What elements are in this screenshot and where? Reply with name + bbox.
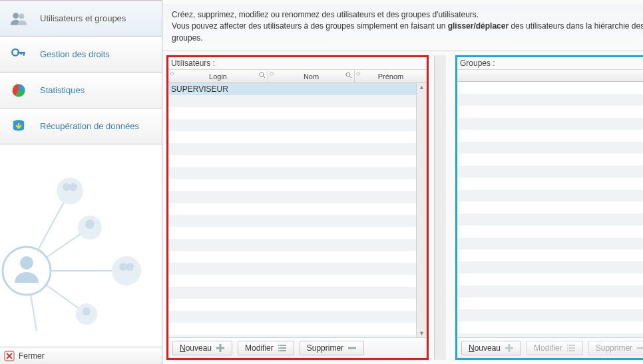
svg-rect-35: [278, 347, 280, 349]
scrollbar-vertical[interactable]: [416, 83, 427, 337]
svg-rect-33: [278, 345, 280, 346]
svg-rect-5: [20, 51, 21, 54]
users-panel: Utilisateurs : ◇ Login ◇ Nom: [166, 55, 429, 360]
svg-line-30: [349, 76, 351, 78]
svg-point-22: [3, 247, 51, 295]
users-icon: [9, 9, 28, 28]
groups-table-body[interactable]: [457, 82, 643, 337]
svg-rect-46: [567, 350, 568, 351]
svg-rect-32: [216, 347, 224, 349]
minus-icon: [347, 343, 357, 353]
minus-icon: [636, 343, 643, 353]
delete-user-button[interactable]: Supprimer: [300, 341, 364, 355]
svg-point-23: [20, 256, 33, 270]
sort-icon: ◇: [270, 71, 274, 77]
modify-user-button[interactable]: Modifier: [238, 341, 294, 355]
new-user-button[interactable]: Nouveau: [172, 341, 232, 355]
svg-point-0: [13, 13, 19, 19]
table-row[interactable]: SUPERVISEUR: [168, 83, 427, 95]
sort-icon: ◇: [356, 71, 360, 77]
svg-rect-44: [567, 347, 568, 349]
close-icon: [4, 351, 15, 361]
plus-icon: [216, 343, 225, 353]
page-description: Créez, supprimez, modifiez ou renommez d…: [162, 4, 643, 51]
delete-group-button: Supprimer: [588, 341, 643, 355]
svg-rect-4: [23, 51, 25, 55]
network-decoration: [0, 144, 162, 347]
svg-rect-37: [278, 350, 280, 351]
list-icon: [278, 343, 287, 353]
svg-rect-43: [569, 345, 575, 346]
groups-panel-title: Groupes :: [457, 57, 643, 70]
svg-rect-47: [569, 350, 575, 351]
sidebar-item-label: Gestion des droits: [40, 49, 110, 59]
column-nom[interactable]: ◇ Nom: [268, 70, 355, 83]
column-prenom[interactable]: ◇ Prénom: [355, 70, 427, 83]
sidebar: Utilisateurs et groupes Gestion des droi…: [0, 0, 162, 364]
sidebar-item-label: Récupération de données: [40, 121, 139, 131]
database-download-icon: [9, 117, 28, 136]
groups-panel: Groupes : Nouveau Modifier: [455, 55, 643, 360]
svg-point-17: [112, 256, 141, 285]
piechart-icon: [9, 81, 28, 100]
users-panel-footer: Nouveau Modifier Supprimer: [168, 337, 427, 358]
close-label: Fermer: [19, 351, 45, 361]
svg-rect-39: [348, 347, 356, 349]
scrollbar-vertical[interactable]: [434, 55, 446, 360]
close-button[interactable]: Fermer: [0, 347, 162, 364]
column-login[interactable]: ◇ Login: [168, 70, 268, 83]
sidebar-item-rights[interactable]: Gestion des droits: [0, 37, 162, 73]
search-icon[interactable]: [259, 72, 266, 79]
sidebar-item-label: Statistiques: [40, 85, 85, 95]
groups-panel-footer: Nouveau Modifier Supprimer: [457, 337, 643, 358]
svg-rect-41: [505, 347, 513, 349]
svg-point-14: [69, 183, 77, 191]
svg-line-28: [263, 76, 265, 78]
new-group-button[interactable]: Nouveau: [461, 341, 521, 355]
svg-point-21: [83, 307, 91, 315]
svg-point-1: [19, 13, 24, 19]
cell-login: SUPERVISEUR: [168, 85, 268, 94]
svg-rect-45: [569, 347, 575, 349]
svg-rect-36: [280, 347, 286, 349]
key-icon: [9, 45, 28, 64]
sidebar-item-users-groups[interactable]: Utilisateurs et groupes: [0, 1, 162, 37]
svg-point-12: [57, 178, 83, 204]
plus-icon: [505, 343, 514, 353]
sidebar-item-label: Utilisateurs et groupes: [40, 13, 126, 23]
svg-rect-34: [280, 345, 286, 346]
column-group[interactable]: [457, 70, 643, 81]
groups-table-header: [457, 70, 643, 82]
users-table-header: ◇ Login ◇ Nom ◇: [168, 70, 427, 83]
sidebar-item-recovery[interactable]: Récupération de données: [0, 108, 162, 144]
list-icon: [566, 343, 576, 353]
sidebar-item-stats[interactable]: Statistiques: [0, 73, 162, 108]
svg-rect-42: [567, 345, 568, 346]
svg-rect-38: [280, 350, 286, 351]
users-panel-title: Utilisateurs :: [168, 57, 427, 70]
search-icon[interactable]: [345, 72, 352, 79]
users-table-body[interactable]: SUPERVISEUR: [168, 83, 427, 337]
modify-group-button: Modifier: [527, 341, 583, 355]
content-area: Créez, supprimez, modifiez ou renommez d…: [162, 0, 643, 364]
svg-point-19: [126, 263, 134, 271]
sort-icon: ◇: [170, 71, 174, 77]
svg-rect-48: [637, 347, 643, 349]
svg-point-16: [85, 220, 95, 229]
